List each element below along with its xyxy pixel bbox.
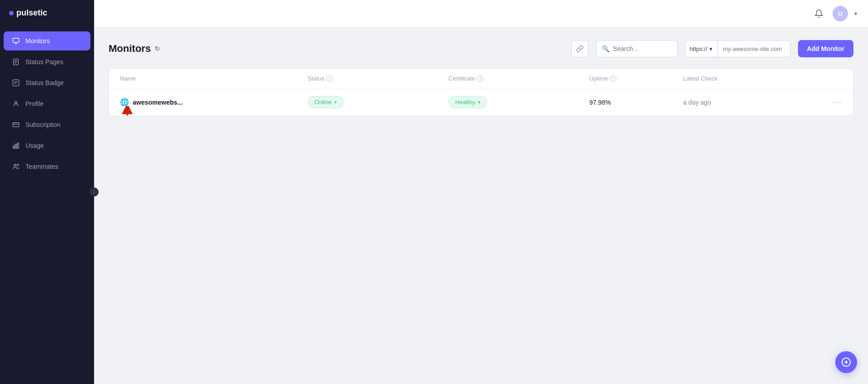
sidebar-nav: Monitors Status Pages Status Badge Profi… [0, 26, 94, 384]
users-icon [12, 162, 20, 171]
sidebar-profile-label: Profile [25, 100, 44, 107]
page-title: Monitors ↻ [109, 43, 160, 55]
sidebar-monitors-label: Monitors [25, 37, 50, 45]
credit-card-icon [12, 121, 20, 129]
table-row[interactable]: 🌐 awesomewebs... Online [109, 89, 853, 116]
monitor-name-cell: 🌐 awesomewebs... [120, 98, 308, 106]
page-title-text: Monitors [109, 43, 151, 55]
search-box[interactable]: 🔍 [596, 40, 678, 57]
add-monitor-button[interactable]: Add Monitor [798, 40, 853, 57]
app-logo: pulsetic [9, 8, 47, 18]
refresh-icon[interactable]: ↻ [155, 45, 160, 52]
sidebar-teammates-label: Teammates [25, 163, 58, 170]
svg-rect-11 [13, 122, 19, 126]
svg-point-10 [15, 101, 17, 104]
monitors-table: Name Status ? Certificate ? Uptime ? Lat… [109, 68, 853, 116]
row-more-button[interactable]: ··· [824, 97, 842, 107]
col-actions [824, 75, 842, 82]
col-latest-check-label: Latest Check [683, 75, 718, 82]
bar-chart-icon [12, 141, 20, 150]
sidebar-item-monitors[interactable]: Monitors [4, 31, 90, 51]
svg-rect-14 [15, 144, 17, 148]
url-protocol-select[interactable]: https:// ▾ [685, 40, 718, 57]
certificate-badge-healthy[interactable]: Healthy ▾ [449, 96, 487, 108]
logo-label: pulsetic [16, 8, 47, 18]
col-status-label: Status [308, 75, 324, 82]
col-name-label: Name [120, 75, 136, 82]
url-protocol-text: https:// [690, 45, 708, 52]
col-certificate-label: Certificate [449, 75, 475, 82]
latest-check-value: a day ago [683, 99, 824, 106]
certificate-cell: Healthy ▾ [449, 96, 589, 108]
avatar-chevron-icon[interactable]: ▾ [854, 10, 857, 17]
col-uptime: Uptime ? [589, 75, 683, 82]
main-area: U ▾ Monitors ↻ 🔍 https:// ▾ [94, 0, 868, 384]
svg-rect-13 [13, 146, 15, 148]
notification-bell[interactable] [812, 6, 826, 21]
url-select-group: https:// ▾ [685, 40, 791, 57]
sidebar-collapse-button[interactable]: ‹ [90, 187, 99, 197]
logo-area: pulsetic [0, 0, 94, 26]
sidebar: pulsetic Monitors Status Pages Status Ba… [0, 0, 94, 384]
status-badge-online[interactable]: Online ▾ [308, 96, 344, 108]
uptime-value: 97.98% [589, 99, 683, 106]
uptime-info-icon[interactable]: ? [610, 76, 616, 82]
link-icon-button[interactable] [571, 40, 589, 57]
tag-icon [12, 79, 20, 87]
monitor-icon [12, 37, 20, 45]
sidebar-status-pages-label: Status Pages [25, 58, 63, 66]
monitor-name-text: awesomewebs... [133, 99, 183, 106]
sidebar-item-usage[interactable]: Usage [4, 136, 90, 155]
red-arrow-annotation [121, 106, 135, 116]
certificate-chevron-icon: ▾ [478, 100, 480, 105]
certificate-label: Healthy [455, 99, 475, 106]
user-icon [12, 100, 20, 108]
sidebar-subscription-label: Subscription [25, 121, 60, 128]
status-cell: Online ▾ [308, 96, 449, 108]
certificate-info-icon[interactable]: ? [477, 76, 483, 82]
logo-dot [9, 11, 14, 15]
col-uptime-label: Uptime [589, 75, 608, 82]
svg-rect-15 [17, 143, 19, 148]
topbar: U ▾ [94, 0, 868, 27]
sidebar-item-teammates[interactable]: Teammates [4, 157, 90, 176]
svg-point-16 [14, 164, 16, 166]
sidebar-item-status-pages[interactable]: Status Pages [4, 52, 90, 71]
svg-point-17 [17, 164, 18, 166]
url-domain-input[interactable] [718, 45, 790, 52]
search-input[interactable] [613, 45, 672, 52]
status-chevron-icon: ▾ [334, 100, 337, 105]
content-area: Monitors ↻ 🔍 https:// ▾ Add Monitor [94, 27, 868, 384]
globe-icon: 🌐 [120, 98, 129, 106]
sidebar-status-badge-label: Status Badge [25, 79, 64, 86]
sidebar-usage-label: Usage [25, 142, 44, 149]
svg-rect-0 [13, 38, 19, 42]
file-text-icon [12, 58, 20, 66]
sidebar-item-status-badge[interactable]: Status Badge [4, 73, 90, 92]
search-icon: 🔍 [602, 45, 609, 52]
col-status: Status ? [308, 75, 449, 82]
user-avatar[interactable]: U [833, 6, 848, 21]
col-latest-check: Latest Check [683, 75, 824, 82]
sidebar-item-profile[interactable]: Profile [4, 94, 90, 113]
status-info-icon[interactable]: ? [326, 76, 333, 82]
monitors-header: Monitors ↻ 🔍 https:// ▾ Add Monitor [109, 40, 853, 57]
col-certificate: Certificate ? [449, 75, 589, 82]
status-label: Online [314, 99, 332, 106]
protocol-chevron-icon: ▾ [709, 45, 713, 52]
table-header: Name Status ? Certificate ? Uptime ? Lat… [109, 69, 853, 89]
sidebar-item-subscription[interactable]: Subscription [4, 115, 90, 134]
col-name: Name [120, 75, 308, 82]
chat-bubble-button[interactable] [835, 351, 857, 373]
